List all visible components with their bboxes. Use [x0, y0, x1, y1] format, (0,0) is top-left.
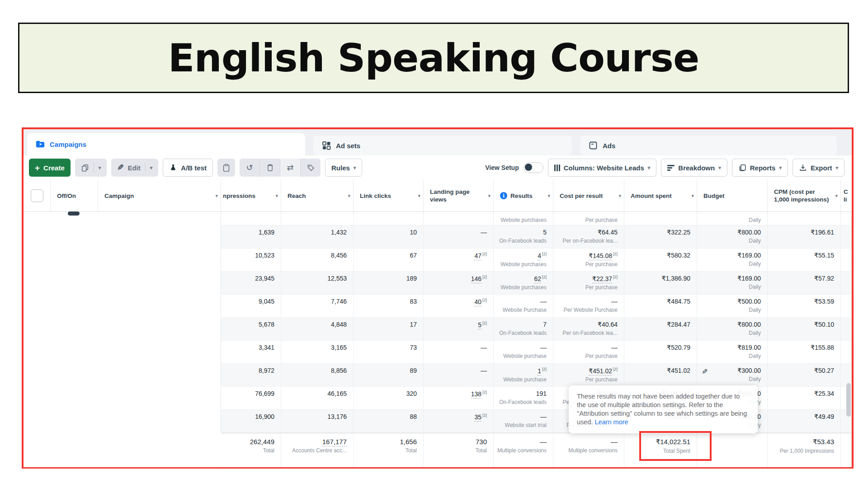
automated-rules-button[interactable]: ⇄: [280, 159, 301, 177]
table-cell: [98, 433, 221, 467]
table-cell: [24, 225, 51, 249]
export-button[interactable]: Export ▾: [793, 159, 844, 177]
table-cell: [768, 212, 841, 225]
ab-test-button[interactable]: A/B test: [163, 159, 213, 177]
chevron-down-icon: ▾: [779, 165, 782, 171]
breakdown-icon: [667, 165, 675, 171]
reports-button-label: Reports: [750, 164, 776, 172]
amount-spent-cell: ₹1,386.90: [624, 272, 697, 295]
table-cell: [624, 212, 697, 225]
columns-icon: [554, 164, 560, 171]
columns-button[interactable]: Columns: Website Leads ▾: [548, 159, 657, 177]
edit-button[interactable]: ✎ Edit ▾: [111, 159, 158, 177]
column-header-off-on[interactable]: Off/On: [51, 180, 98, 211]
learn-more-link[interactable]: Learn more: [595, 418, 628, 426]
table-cell: [841, 433, 852, 467]
table-cell: [51, 225, 98, 249]
delete-button[interactable]: [260, 159, 280, 177]
table-row: 9,0457,7468340[2]—Website Purchase—Per W…: [24, 295, 852, 318]
table-cell: [24, 318, 51, 341]
duplicate-copy-icon: [81, 164, 89, 172]
budget-cell: ₹169.00Daily: [697, 249, 768, 272]
create-button[interactable]: + Create: [29, 159, 71, 177]
amount-spent-cell: ₹484.75: [624, 295, 697, 318]
cost-per-result-cell: —Per purchase: [553, 341, 624, 364]
column-header-reach[interactable]: Reach▾: [281, 180, 354, 211]
reach-cell: 7,746: [281, 295, 354, 318]
tab-campaigns[interactable]: Campaigns: [27, 133, 305, 155]
paste-button[interactable]: [217, 159, 235, 177]
table-cell: [51, 410, 98, 433]
breakdown-button[interactable]: Breakdown ▾: [661, 159, 727, 177]
tab-ad-sets[interactable]: Ad sets: [313, 136, 572, 155]
view-setup-toggle[interactable]: [524, 162, 543, 173]
rules-button[interactable]: Rules ▾: [325, 159, 362, 177]
tab-strip: Campaigns Ad sets: [24, 129, 852, 155]
reports-button[interactable]: Reports ▾: [732, 159, 788, 177]
edit-button-label: Edit: [127, 164, 140, 172]
vertical-scrollbar-thumb[interactable]: [846, 383, 851, 417]
table-cell: [98, 249, 221, 272]
duplicate-button[interactable]: ▾: [75, 159, 107, 177]
tab-ads[interactable]: Ads: [580, 136, 837, 155]
table-cell: [51, 387, 98, 410]
table-row: Website purchasesPer purchaseDaily: [24, 212, 852, 225]
column-header-amount-spent[interactable]: Amount spent▾: [624, 180, 697, 211]
column-header-campaign[interactable]: Campaign▾: [98, 180, 221, 211]
ads-page-icon: [588, 141, 598, 150]
partial-cpr-label: Per purchase: [553, 212, 624, 225]
toggle-knob: [525, 164, 532, 171]
column-header-results[interactable]: iResults▾: [494, 180, 553, 211]
table-cell: [24, 341, 51, 364]
amount-spent-cell: ₹322.25: [624, 225, 697, 249]
link-clicks-cell: 320: [354, 387, 424, 410]
table-cell: [281, 212, 354, 225]
column-header-cost-per-result[interactable]: Cost per result▾: [553, 180, 624, 211]
cpm-cell: ₹55.15: [768, 249, 841, 272]
table-cell: [24, 295, 51, 318]
chevron-down-icon: ▾: [648, 165, 651, 171]
column-header-cpm[interactable]: CPM (cost per 1,000 impressions)▾: [768, 180, 841, 211]
select-all-checkbox[interactable]: [31, 189, 43, 202]
amount-spent-cell: ₹451.02: [624, 364, 697, 387]
table-cell: [51, 364, 98, 387]
column-header-cut[interactable]: Cli: [841, 180, 852, 211]
reach-cell: 3,165: [281, 341, 354, 364]
row-toggle-partial[interactable]: [68, 211, 80, 216]
tab-ad-sets-label: Ad sets: [336, 142, 360, 150]
sort-caret-icon: ▾: [691, 192, 694, 200]
table-cell: [424, 212, 494, 225]
column-header-link-clicks[interactable]: Link clicks▾: [354, 180, 424, 211]
info-icon: i: [500, 192, 507, 199]
column-header-impressions[interactable]: npressions▾: [221, 180, 281, 211]
table-cell: [24, 433, 51, 467]
chevron-down-icon: ▾: [835, 165, 838, 171]
row-actions-group: ↺ ⇄: [240, 159, 321, 177]
reports-icon: [738, 164, 746, 172]
column-header-budget[interactable]: Budget: [697, 180, 768, 211]
clipboard-icon: [222, 164, 230, 172]
total-link-clicks-cell: 1,656Total: [354, 433, 424, 467]
table-cell: [841, 341, 852, 364]
results-cell: —Website purchase: [494, 341, 553, 364]
cost-per-result-cell: —Per Website Purchase: [553, 295, 624, 318]
results-cell: 5On-Facebook leads: [494, 225, 553, 249]
plus-icon: +: [35, 164, 40, 172]
link-clicks-cell: 73: [354, 341, 424, 364]
results-cell: —Website Purchase: [494, 295, 553, 318]
pencil-icon: ✎: [117, 164, 124, 172]
undo-button[interactable]: ↺: [240, 159, 260, 177]
undo-icon: ↺: [246, 164, 253, 172]
landing-page-views-cell: —: [424, 364, 494, 387]
column-header-landing-page-views[interactable]: Landing page views▾: [424, 180, 494, 211]
impressions-cell: 9,045: [221, 295, 281, 318]
edit-budget-pencil-icon[interactable]: ✎: [702, 367, 708, 376]
landing-page-views-cell: 146[2]: [424, 272, 494, 295]
chevron-down-icon: ▾: [150, 165, 153, 171]
export-download-icon: [799, 164, 807, 172]
table-cell: [354, 212, 424, 225]
table-cell: [841, 249, 852, 272]
sort-caret-icon: ▾: [488, 192, 491, 200]
tag-button[interactable]: [301, 159, 321, 177]
table-cell: [98, 318, 221, 341]
